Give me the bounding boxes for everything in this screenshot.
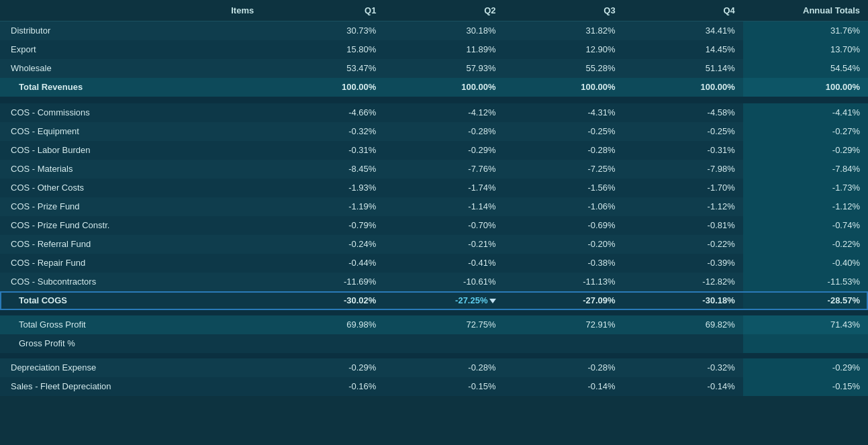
q3-value: -0.28%: [504, 358, 624, 377]
row-label: COS - Labor Burden: [0, 141, 264, 160]
q1-value: -11.69%: [264, 273, 384, 291]
q4-value: -0.14%: [624, 377, 743, 396]
table-row: COS - Materials-8.45%-7.76%-7.25%-7.98%-…: [0, 160, 868, 179]
q1-value: 100.00%: [264, 78, 384, 97]
q1-value: 30.73%: [264, 21, 384, 40]
table-row: Sales - Fleet Depreciation-0.16%-0.15%-0…: [0, 377, 868, 396]
q2-value: -0.15%: [384, 377, 503, 396]
header-q1: Q1: [264, 0, 384, 21]
header-annual: Annual Totals: [743, 0, 868, 21]
annual-value: [743, 334, 868, 353]
header-q4: Q4: [624, 0, 743, 21]
q4-value: -0.25%: [624, 122, 743, 141]
table-row: Depreciation Expense-0.29%-0.28%-0.28%-0…: [0, 358, 868, 377]
q3-value: -0.20%: [504, 235, 624, 254]
row-label: Gross Profit %: [0, 334, 264, 353]
annual-value: -0.27%: [743, 122, 868, 141]
q3-value: 12.90%: [504, 40, 624, 59]
row-label: COS - Equipment: [0, 122, 264, 141]
q4-value: -30.18%: [624, 291, 743, 310]
q1-value: -0.31%: [264, 141, 384, 160]
table-row: Total Revenues100.00%100.00%100.00%100.0…: [0, 78, 868, 97]
table-row: COS - Equipment-0.32%-0.28%-0.25%-0.25%-…: [0, 122, 868, 141]
q1-value: -0.16%: [264, 377, 384, 396]
q3-value: -0.38%: [504, 254, 624, 273]
header-items: Items: [0, 0, 264, 21]
q4-value: [624, 334, 743, 353]
q2-value: 72.75%: [384, 315, 503, 334]
row-label: Distributor: [0, 21, 264, 40]
annual-value: 100.00%: [743, 78, 868, 97]
q2-value: 11.89%: [384, 40, 503, 59]
q2-value: 57.93%: [384, 59, 503, 78]
q2-value: -0.70%: [384, 216, 503, 235]
q2-value: 100.00%: [384, 78, 503, 97]
q1-value: -1.19%: [264, 197, 384, 216]
q1-value: -0.29%: [264, 358, 384, 377]
table-row: COS - Labor Burden-0.31%-0.29%-0.28%-0.3…: [0, 141, 868, 160]
q4-value: 14.45%: [624, 40, 743, 59]
table-row: COS - Prize Fund-1.19%-1.14%-1.06%-1.12%…: [0, 197, 868, 216]
table-row: Total COGS-30.02%-27.25%-27.09%-30.18%-2…: [0, 291, 868, 310]
annual-value: -1.12%: [743, 197, 868, 216]
annual-value: -28.57%: [743, 291, 868, 310]
annual-value: -0.40%: [743, 254, 868, 273]
q1-value: 15.80%: [264, 40, 384, 59]
q4-value: -7.98%: [624, 160, 743, 179]
q2-value: -1.74%: [384, 179, 503, 197]
annual-value: 31.76%: [743, 21, 868, 40]
table-row: Total Gross Profit69.98%72.75%72.91%69.8…: [0, 315, 868, 334]
q3-value: 100.00%: [504, 78, 624, 97]
q4-value: -0.81%: [624, 216, 743, 235]
q1-value: -8.45%: [264, 160, 384, 179]
q2-value: 30.18%: [384, 21, 503, 40]
q3-value: -11.13%: [504, 273, 624, 291]
q2-value: -10.61%: [384, 273, 503, 291]
q2-value: -1.14%: [384, 197, 503, 216]
table-row: Gross Profit %: [0, 334, 868, 353]
cursor-icon: [489, 299, 496, 303]
row-label: Total COGS: [0, 291, 264, 310]
q4-value: -0.31%: [624, 141, 743, 160]
q4-value: -12.82%: [624, 273, 743, 291]
q3-value: 31.82%: [504, 21, 624, 40]
q4-value: 69.82%: [624, 315, 743, 334]
q3-value: -0.25%: [504, 122, 624, 141]
q1-value: 69.98%: [264, 315, 384, 334]
row-label: Sales - Fleet Depreciation: [0, 377, 264, 396]
row-label: Depreciation Expense: [0, 358, 264, 377]
q4-value: 100.00%: [624, 78, 743, 97]
q3-value: -0.14%: [504, 377, 624, 396]
row-label: COS - Referral Fund: [0, 235, 264, 254]
annual-value: 54.54%: [743, 59, 868, 78]
table-row: COS - Prize Fund Constr.-0.79%-0.70%-0.6…: [0, 216, 868, 235]
annual-value: -1.73%: [743, 179, 868, 197]
q3-value: -27.09%: [504, 291, 624, 310]
annual-value: 71.43%: [743, 315, 868, 334]
annual-value: -11.53%: [743, 273, 868, 291]
row-label: COS - Commissions: [0, 103, 264, 122]
q2-value: -0.28%: [384, 122, 503, 141]
q2-value: -0.21%: [384, 235, 503, 254]
q3-value: -0.28%: [504, 141, 624, 160]
q4-value: -4.58%: [624, 103, 743, 122]
row-label: COS - Prize Fund: [0, 197, 264, 216]
q2-value: -4.12%: [384, 103, 503, 122]
q4-value: -1.12%: [624, 197, 743, 216]
q3-value: -1.06%: [504, 197, 624, 216]
header-q2: Q2: [384, 0, 503, 21]
spacer-cell: [0, 310, 868, 315]
table-row: COS - Subcontractors-11.69%-10.61%-11.13…: [0, 273, 868, 291]
spacer-cell: [0, 97, 868, 103]
table-row: [0, 310, 868, 315]
table-row: COS - Commissions-4.66%-4.12%-4.31%-4.58…: [0, 103, 868, 122]
q2-value: -0.29%: [384, 141, 503, 160]
annual-value: -0.22%: [743, 235, 868, 254]
q4-value: 51.14%: [624, 59, 743, 78]
q1-value: 53.47%: [264, 59, 384, 78]
table-row: Export15.80%11.89%12.90%14.45%13.70%: [0, 40, 868, 59]
q4-value: -0.39%: [624, 254, 743, 273]
q2-value: -27.25%: [384, 291, 503, 310]
q1-value: -30.02%: [264, 291, 384, 310]
table-row: COS - Repair Fund-0.44%-0.41%-0.38%-0.39…: [0, 254, 868, 273]
